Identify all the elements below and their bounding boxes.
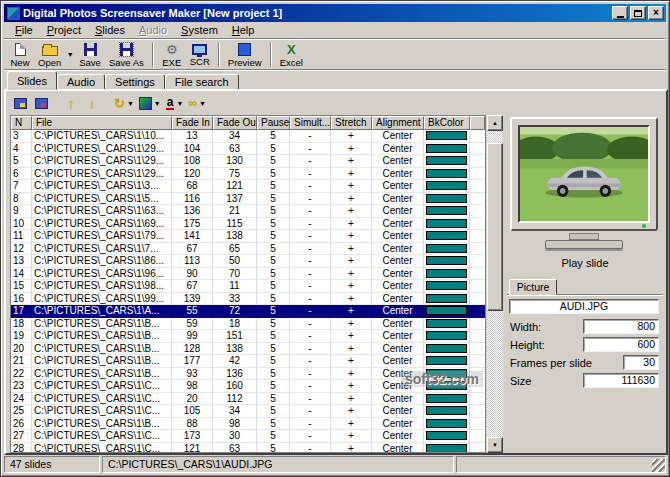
cell-fade-out[interactable]: 11 xyxy=(213,280,257,293)
cell-bkcolor[interactable] xyxy=(424,243,470,256)
cell-fade-out[interactable]: 160 xyxy=(213,380,257,393)
cell-fade-out[interactable]: 18 xyxy=(213,318,257,331)
cell-fade-in[interactable]: 104 xyxy=(172,143,213,156)
minimize-button[interactable] xyxy=(612,6,628,20)
tab-audio[interactable]: Audio xyxy=(57,74,105,90)
scrollbar-thumb[interactable] xyxy=(487,143,503,311)
cell-n[interactable]: 16 xyxy=(11,293,32,306)
cell-pause[interactable]: 5 xyxy=(257,293,290,306)
table-row[interactable]: 6C:\PICTURES\_CARS\1\29...120755-+Center xyxy=(11,168,485,181)
cell-n[interactable]: 21 xyxy=(11,355,32,368)
cell-simult[interactable]: - xyxy=(290,305,331,318)
cell-fade-out[interactable]: 75 xyxy=(213,168,257,181)
cell-fade-in[interactable]: 139 xyxy=(172,293,213,306)
cell-simult[interactable]: - xyxy=(290,205,331,218)
cell-fade-out[interactable]: 33 xyxy=(213,293,257,306)
cell-stretch[interactable]: + xyxy=(331,280,372,293)
menu-slides[interactable]: Slides xyxy=(88,23,132,37)
tab-file-search[interactable]: File search xyxy=(165,74,239,90)
cell-n[interactable]: 19 xyxy=(11,330,32,343)
cell-simult[interactable]: - xyxy=(290,143,331,156)
rotate-dropdown-button[interactable]: ↻▼ xyxy=(112,93,136,113)
cell-fade-out[interactable]: 63 xyxy=(213,443,257,454)
cell-bkcolor[interactable] xyxy=(424,218,470,231)
cell-alignment[interactable]: Center xyxy=(372,368,424,381)
menu-system[interactable]: System xyxy=(174,23,225,37)
table-row[interactable]: 24C:\PICTURES\_CARS\1\C...201125-+Center xyxy=(11,393,485,406)
table-row[interactable]: 27C:\PICTURES\_CARS\1\C...173305-+Center xyxy=(11,430,485,443)
cell-bkcolor[interactable] xyxy=(424,380,470,393)
cell-bkcolor[interactable] xyxy=(424,405,470,418)
background-color-dropdown-button[interactable]: ▼ xyxy=(137,93,163,113)
cell-n[interactable]: 28 xyxy=(11,443,32,454)
cell-alignment[interactable]: Center xyxy=(372,143,424,156)
cell-alignment[interactable]: Center xyxy=(372,243,424,256)
cell-simult[interactable]: - xyxy=(290,330,331,343)
cell-pause[interactable]: 5 xyxy=(257,393,290,406)
cell-alignment[interactable]: Center xyxy=(372,380,424,393)
cell-alignment[interactable]: Center xyxy=(372,230,424,243)
cell-file[interactable]: C:\PICTURES\_CARS\1\29... xyxy=(32,155,172,168)
cell-file[interactable]: C:\PICTURES\_CARS\1\B... xyxy=(32,368,172,381)
table-row[interactable]: 22C:\PICTURES\_CARS\1\B...931365-+Center xyxy=(11,368,485,381)
cell-bkcolor[interactable] xyxy=(424,143,470,156)
cell-stretch[interactable]: + xyxy=(331,293,372,306)
cell-simult[interactable]: - xyxy=(290,355,331,368)
cell-fade-in[interactable]: 173 xyxy=(172,430,213,443)
table-row[interactable]: 14C:\PICTURES\_CARS\1\96...90705-+Center xyxy=(11,268,485,281)
cell-alignment[interactable]: Center xyxy=(372,168,424,181)
tab-settings[interactable]: Settings xyxy=(105,74,165,90)
cell-bkcolor[interactable] xyxy=(424,205,470,218)
cell-alignment[interactable]: Center xyxy=(372,293,424,306)
column-header-simult[interactable]: Simult... xyxy=(290,116,331,130)
make-scr-button[interactable]: SCR xyxy=(186,40,214,69)
cell-n[interactable]: 23 xyxy=(11,380,32,393)
cell-simult[interactable]: - xyxy=(290,368,331,381)
cell-stretch[interactable]: + xyxy=(331,143,372,156)
cell-stretch[interactable]: + xyxy=(331,255,372,268)
cell-stretch[interactable]: + xyxy=(331,405,372,418)
preview-monitor[interactable] xyxy=(510,117,658,231)
cell-pause[interactable]: 5 xyxy=(257,218,290,231)
cell-fade-in[interactable]: 68 xyxy=(172,180,213,193)
delete-slide-button[interactable] xyxy=(31,93,51,113)
cell-stretch[interactable]: + xyxy=(331,343,372,356)
cell-simult[interactable]: - xyxy=(290,155,331,168)
cell-pause[interactable]: 5 xyxy=(257,180,290,193)
cell-fade-out[interactable]: 115 xyxy=(213,218,257,231)
cell-pause[interactable]: 5 xyxy=(257,243,290,256)
excel-export-button[interactable]: X Excel xyxy=(276,40,307,69)
cell-fade-in[interactable]: 136 xyxy=(172,205,213,218)
cell-n[interactable]: 9 xyxy=(11,205,32,218)
table-row[interactable]: 25C:\PICTURES\_CARS\1\C...105345-+Center xyxy=(11,405,485,418)
cell-alignment[interactable]: Center xyxy=(372,418,424,431)
cell-bkcolor[interactable] xyxy=(424,393,470,406)
cell-alignment[interactable]: Center xyxy=(372,155,424,168)
font-dropdown-button[interactable]: a▼ xyxy=(164,93,186,113)
table-row[interactable]: 15C:\PICTURES\_CARS\1\98...67115-+Center xyxy=(11,280,485,293)
cell-n[interactable]: 27 xyxy=(11,430,32,443)
cell-fade-out[interactable]: 121 xyxy=(213,180,257,193)
cell-fade-out[interactable]: 50 xyxy=(213,255,257,268)
cell-alignment[interactable]: Center xyxy=(372,205,424,218)
cell-alignment[interactable]: Center xyxy=(372,393,424,406)
frames-per-slide-field[interactable]: 30 xyxy=(623,355,659,370)
table-row[interactable]: 21C:\PICTURES\_CARS\1\B...177425-+Center xyxy=(11,355,485,368)
cell-simult[interactable]: - xyxy=(290,318,331,331)
picture-tab[interactable]: Picture xyxy=(509,279,557,295)
column-header-stretch[interactable]: Stretch xyxy=(331,116,372,130)
cell-n[interactable]: 25 xyxy=(11,405,32,418)
cell-pause[interactable]: 5 xyxy=(257,143,290,156)
cell-bkcolor[interactable] xyxy=(424,255,470,268)
cell-fade-in[interactable]: 141 xyxy=(172,230,213,243)
column-header-pause[interactable]: Pause xyxy=(257,116,290,130)
save-as-button[interactable]: Save As xyxy=(105,40,148,69)
cell-fade-out[interactable]: 30 xyxy=(213,430,257,443)
cell-bkcolor[interactable] xyxy=(424,418,470,431)
cell-file[interactable]: C:\PICTURES\_CARS\1\86... xyxy=(32,255,172,268)
cell-fade-out[interactable]: 136 xyxy=(213,368,257,381)
cell-stretch[interactable]: + xyxy=(331,218,372,231)
cell-simult[interactable]: - xyxy=(290,393,331,406)
cell-bkcolor[interactable] xyxy=(424,330,470,343)
cell-n[interactable]: 20 xyxy=(11,343,32,356)
